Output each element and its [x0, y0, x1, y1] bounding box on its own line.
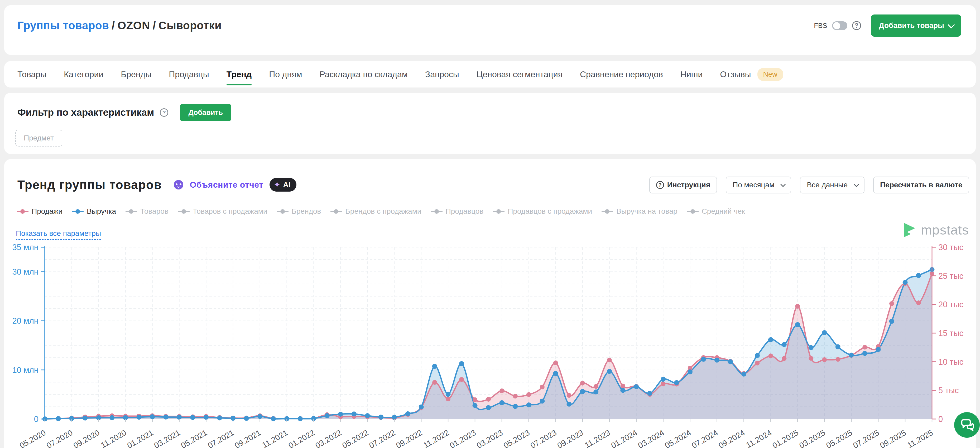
- svg-text:11.2021: 11.2021: [261, 428, 289, 448]
- filter-card: Фильтр по характеристикам ? Добавить Пре…: [4, 93, 976, 154]
- svg-text:07.2024: 07.2024: [690, 428, 719, 448]
- svg-text:03.2022: 03.2022: [314, 428, 343, 448]
- breadcrumb-marketplace: OZON: [118, 19, 150, 32]
- add-products-button[interactable]: Добавить товары: [871, 14, 961, 37]
- svg-text:07.2023: 07.2023: [529, 428, 558, 448]
- svg-text:05.2025: 05.2025: [825, 428, 854, 448]
- svg-text:01.2022: 01.2022: [287, 428, 316, 448]
- svg-text:01.2024: 01.2024: [609, 428, 638, 448]
- svg-text:0: 0: [938, 415, 943, 424]
- tab-3[interactable]: Бренды: [121, 61, 151, 87]
- svg-text:11.2022: 11.2022: [422, 428, 450, 448]
- breadcrumb-group-link[interactable]: Группы товаров: [18, 19, 109, 32]
- add-products-label: Добавить товары: [879, 21, 944, 30]
- tab-10[interactable]: Сравнение периодов: [580, 61, 663, 87]
- breadcrumb: Группы товаров/OZON/Сыворотки: [18, 19, 221, 32]
- svg-text:09.2021: 09.2021: [233, 428, 262, 448]
- fbs-toggle-knob: [833, 22, 840, 29]
- tab-6[interactable]: По дням: [269, 61, 302, 87]
- fbs-help-icon[interactable]: ?: [852, 21, 861, 30]
- tab-8[interactable]: Запросы: [425, 61, 459, 87]
- tab-11[interactable]: Ниши: [681, 61, 703, 87]
- header-card: Группы товаров/OZON/Сыворотки FBS ? Доба…: [4, 5, 976, 55]
- svg-text:20 тыс: 20 тыс: [938, 300, 963, 309]
- svg-text:20 млн: 20 млн: [12, 316, 38, 326]
- tab-2[interactable]: Категории: [64, 61, 103, 87]
- svg-text:35 млн: 35 млн: [12, 243, 38, 252]
- svg-text:05.2022: 05.2022: [341, 428, 370, 448]
- chat-icon: [961, 419, 974, 431]
- svg-text:03.2023: 03.2023: [475, 428, 504, 448]
- tab-4[interactable]: Продавцы: [169, 61, 209, 87]
- tab-9[interactable]: Ценовая сегментация: [477, 61, 563, 87]
- tabs-card: ТоварыКатегорииБрендыПродавцыТрендПо дня…: [4, 61, 976, 87]
- svg-text:05.2021: 05.2021: [179, 428, 208, 448]
- svg-text:01.2023: 01.2023: [448, 428, 477, 448]
- svg-text:07.2025: 07.2025: [851, 428, 881, 448]
- svg-text:01.2025: 01.2025: [771, 428, 800, 448]
- chat-fab-button[interactable]: [954, 412, 980, 438]
- svg-text:05.2023: 05.2023: [502, 428, 531, 448]
- filter-help-icon[interactable]: ?: [160, 108, 168, 117]
- svg-text:11.2024: 11.2024: [745, 428, 773, 448]
- svg-text:07.2020: 07.2020: [45, 428, 74, 448]
- tabs: ТоварыКатегорииБрендыПродавцыТрендПо дня…: [18, 61, 783, 87]
- trend-card: Тренд группы товаров Объясните отчет ✦AI…: [4, 159, 976, 448]
- svg-text:10 тыс: 10 тыс: [938, 357, 963, 367]
- tab-7[interactable]: Раскладка по складам: [320, 61, 408, 87]
- svg-text:09.2024: 09.2024: [717, 428, 746, 448]
- filter-add-button[interactable]: Добавить: [180, 104, 231, 121]
- tab-12[interactable]: Отзывы: [720, 61, 751, 87]
- breadcrumb-separator: /: [150, 19, 159, 32]
- new-badge: New: [757, 68, 783, 81]
- tab-1[interactable]: Товары: [18, 61, 46, 87]
- tab-5[interactable]: Тренд: [226, 61, 251, 87]
- svg-text:09.2020: 09.2020: [72, 428, 101, 448]
- svg-text:30 млн: 30 млн: [12, 267, 38, 276]
- svg-text:05.2024: 05.2024: [663, 428, 692, 448]
- breadcrumb-separator: /: [109, 19, 117, 32]
- filter-chip-predmet[interactable]: Предмет: [15, 130, 62, 146]
- svg-text:03.2024: 03.2024: [636, 428, 665, 448]
- trend-chart[interactable]: 010 млн20 млн30 млн35 млн05 тыс10 тыс15 …: [4, 159, 976, 448]
- filter-title: Фильтр по характеристикам: [18, 107, 154, 118]
- chevron-down-icon: [948, 21, 955, 29]
- svg-text:30 тыс: 30 тыс: [938, 243, 963, 252]
- svg-text:07.2022: 07.2022: [368, 428, 397, 448]
- svg-text:25 тыс: 25 тыс: [938, 272, 963, 281]
- svg-text:09.2023: 09.2023: [556, 428, 585, 448]
- svg-text:10 млн: 10 млн: [12, 365, 38, 375]
- svg-text:03.2021: 03.2021: [153, 428, 181, 448]
- svg-text:15 тыс: 15 тыс: [938, 329, 963, 338]
- breadcrumb-category: Сыворотки: [159, 19, 221, 32]
- svg-text:03.2025: 03.2025: [798, 428, 827, 448]
- svg-text:5 тыс: 5 тыс: [938, 386, 959, 395]
- fbs-label: FBS: [814, 22, 827, 30]
- svg-text:09.2025: 09.2025: [878, 428, 907, 448]
- svg-text:11.2025: 11.2025: [906, 428, 934, 448]
- svg-text:11.2023: 11.2023: [583, 428, 612, 448]
- svg-text:01.2021: 01.2021: [126, 428, 154, 448]
- fbs-toggle[interactable]: [832, 21, 847, 30]
- svg-text:11.2020: 11.2020: [99, 428, 128, 448]
- svg-text:07.2021: 07.2021: [206, 428, 235, 448]
- svg-text:0: 0: [34, 415, 38, 424]
- svg-text:05.2020: 05.2020: [18, 428, 47, 448]
- svg-text:09.2022: 09.2022: [395, 428, 423, 448]
